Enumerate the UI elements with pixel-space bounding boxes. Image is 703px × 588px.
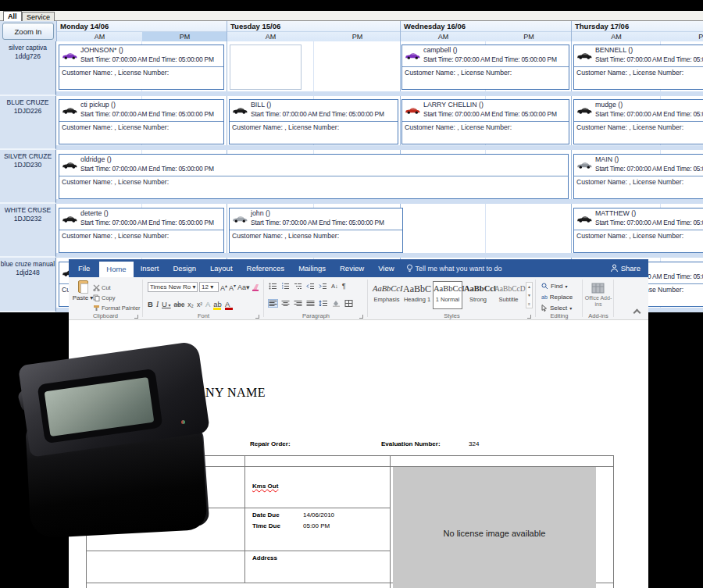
bullets-icon[interactable] xyxy=(269,283,277,290)
font-color-button[interactable]: A xyxy=(225,301,230,308)
appointment-time: Start Time: 07:00:00 AM End Time: 05:00:… xyxy=(80,55,214,63)
vehicle-cell[interactable]: WHITE CRUSE 1DJD232 xyxy=(0,204,56,258)
justify-icon[interactable] xyxy=(306,300,315,307)
line-spacing-icon[interactable] xyxy=(319,300,328,307)
style-strong[interactable]: AaBbCcl Strong xyxy=(463,281,493,309)
editing-group-label: Editing xyxy=(537,312,582,319)
increase-indent-icon[interactable] xyxy=(319,283,327,290)
appointment[interactable]: oldridge () Start Time: 07:00:00 AM End … xyxy=(59,154,569,199)
highlight-color-button[interactable]: ab xyxy=(213,301,222,308)
appointment[interactable]: MAIN () Start Time: 07:00:00 AM End Time… xyxy=(573,154,703,199)
text-effects-button[interactable]: A xyxy=(205,301,210,308)
numbering-icon[interactable] xyxy=(281,283,290,290)
appointment[interactable]: mudge () Start Time: 07:00:00 AM End Tim… xyxy=(573,99,703,144)
collapse-ribbon-icon[interactable] xyxy=(633,309,641,317)
strikethrough-button[interactable]: abc xyxy=(174,301,185,308)
vehicle-plate: 1DJD230 xyxy=(0,161,55,169)
font-name-select[interactable]: Times New Ro ▾ xyxy=(148,282,198,292)
align-right-icon[interactable] xyxy=(294,300,302,307)
change-case-button[interactable]: Aa▾ xyxy=(237,283,250,291)
appointment[interactable]: campbell () Start Time: 07:00:00 AM End … xyxy=(401,45,569,90)
appointment[interactable]: cti pickup () Start Time: 07:00:00 AM En… xyxy=(59,99,224,144)
subscript-button[interactable]: x₂ xyxy=(187,301,194,308)
tab-view[interactable]: View xyxy=(371,259,401,277)
appointment[interactable]: MATTHEW () Start Time: 07:00:00 AM End T… xyxy=(573,208,703,253)
align-left-icon[interactable] xyxy=(269,300,277,307)
am-header[interactable]: AM xyxy=(572,31,661,41)
styles-dialog-launcher-icon[interactable] xyxy=(527,315,531,319)
font-size-select[interactable]: 12 ▾ xyxy=(199,282,219,292)
multilevel-list-icon[interactable] xyxy=(294,283,302,290)
decrease-indent-icon[interactable] xyxy=(306,283,315,290)
tab-design[interactable]: Design xyxy=(166,259,203,277)
grow-font-button[interactable]: A▴ xyxy=(220,283,227,292)
pm-header[interactable]: PM xyxy=(314,31,401,41)
appointment-time: Start Time: 07:00:00 AM End Time: 05:00:… xyxy=(423,55,557,63)
font-dialog-launcher-icon[interactable] xyxy=(255,315,259,319)
tab-home[interactable]: Home xyxy=(99,262,133,277)
paragraph-dialog-launcher-icon[interactable] xyxy=(359,315,363,319)
appointment[interactable]: LARRY CHELLIN () Start Time: 07:00:00 AM… xyxy=(401,99,569,144)
tab-layout[interactable]: Layout xyxy=(203,259,240,277)
bold-button[interactable]: B xyxy=(148,300,153,308)
zoom-in-button[interactable]: Zoom In xyxy=(2,23,54,40)
appointment-name: cti pickup () xyxy=(80,101,116,109)
appointment-customer: Customer Name: , License Number: xyxy=(402,66,569,89)
tab-insert[interactable]: Insert xyxy=(134,259,166,277)
appointment[interactable]: BENNELL () Start Time: 07:00:00 AM End T… xyxy=(573,45,703,90)
copy-button[interactable]: Copy xyxy=(93,293,116,302)
align-center-icon[interactable] xyxy=(281,300,290,307)
style-subtitle[interactable]: AaBbCcD Subtitle xyxy=(494,281,523,309)
vehicle-plate: 1DJD232 xyxy=(0,215,55,223)
borders-icon[interactable] xyxy=(344,300,353,307)
show-paragraph-marks-button[interactable]: ¶ xyxy=(342,282,346,290)
pm-header[interactable]: PM xyxy=(661,31,703,41)
shading-bucket-icon[interactable] xyxy=(332,300,341,307)
style-heading-1[interactable]: AaBbC Heading 1 xyxy=(402,281,432,309)
tab-review[interactable]: Review xyxy=(333,259,371,277)
format-painter-button[interactable]: Format Painter xyxy=(93,303,141,312)
appointment[interactable]: JOHNSON* () Start Time: 07:00:00 AM End … xyxy=(59,45,224,90)
scissors-icon xyxy=(93,284,100,291)
vehicle-cell[interactable]: SILVER CRUZE 1DJD230 xyxy=(0,150,56,204)
am-header[interactable]: AM xyxy=(57,31,142,41)
font-group: Times New Ro ▾ 12 ▾ A▴ A▾ Aa▾ B I U ▾ ab… xyxy=(144,277,263,320)
paragraph-group: A↓ ¶ Paragraph xyxy=(265,277,367,320)
tab-file[interactable]: File xyxy=(69,259,99,277)
style-emphasis[interactable]: AaBbCcI Emphasis xyxy=(372,281,401,309)
share-button[interactable]: Share xyxy=(610,264,641,273)
font-color-bar xyxy=(225,308,233,310)
vehicle-cell[interactable]: silver captiva 1ddg726 xyxy=(0,41,56,96)
superscript-button[interactable]: x² xyxy=(197,301,202,308)
appointment[interactable]: deterte () Start Time: 07:00:00 AM End T… xyxy=(59,208,224,253)
italic-button[interactable]: I xyxy=(156,301,159,308)
underline-button[interactable]: U ▾ xyxy=(162,300,171,308)
vehicle-cell[interactable]: blue cruze manual 1djd248 xyxy=(0,258,56,312)
tab-references[interactable]: References xyxy=(240,259,292,277)
tab-all[interactable]: All xyxy=(3,11,22,21)
find-button[interactable]: Find▾ xyxy=(541,281,568,291)
appointment[interactable]: BILL () Start Time: 07:00:00 AM End Time… xyxy=(229,99,398,144)
empty-slot[interactable] xyxy=(230,45,302,90)
appointment-time: Start Time: 07:00:00 AM End Time: 05:00:… xyxy=(251,219,384,226)
sort-button[interactable]: A↓ xyxy=(331,283,338,290)
am-header[interactable]: AM xyxy=(401,31,486,41)
date-due-label: Date Due xyxy=(252,511,280,519)
tab-mailings[interactable]: Mailings xyxy=(291,259,333,277)
shrink-font-button[interactable]: A▾ xyxy=(229,283,236,292)
am-header[interactable]: AM xyxy=(227,31,314,41)
tell-me-box[interactable]: Tell me what you want to do xyxy=(406,264,502,273)
pm-header[interactable]: PM xyxy=(486,31,572,41)
replace-button[interactable]: ab Replace xyxy=(541,292,573,302)
styles-scrollbar[interactable]: ▲▼≡ xyxy=(526,282,533,308)
paste-button[interactable]: Paste ▾ xyxy=(71,280,95,316)
style-normal[interactable]: AaBbCcI 1 Normal xyxy=(433,281,462,309)
appointment[interactable]: john () Start Time: 07:00:00 AM End Time… xyxy=(229,208,403,253)
find-label: Find xyxy=(551,283,563,290)
vehicle-cell[interactable]: BLUE CRUZE 1DJD226 xyxy=(0,96,56,150)
pm-header[interactable]: PM xyxy=(142,31,227,41)
clipboard-dialog-launcher-icon[interactable] xyxy=(134,315,138,319)
cut-button[interactable]: Cut xyxy=(93,283,111,292)
tab-service[interactable]: Service xyxy=(22,12,55,21)
screen: All Service Zoom In Monday 14/06 AM PM T… xyxy=(0,0,703,588)
